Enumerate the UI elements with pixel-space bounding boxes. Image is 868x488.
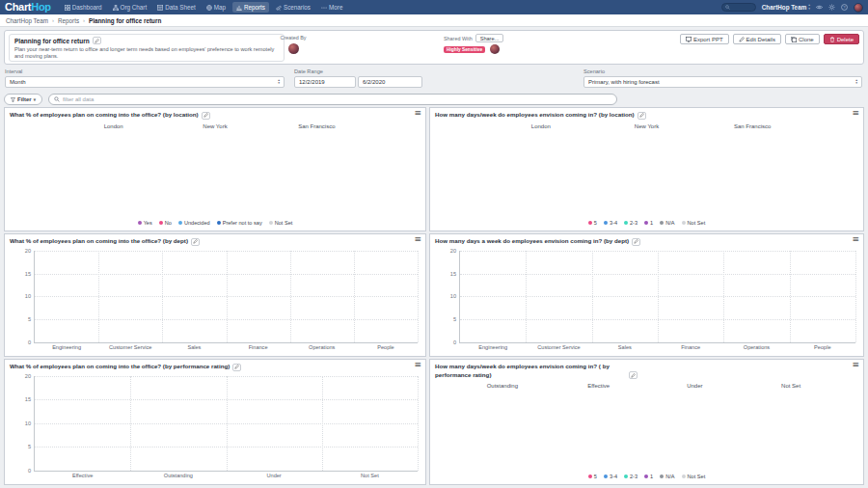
report-controls: Interval Month ▴▾ Date Range Scenario Pr… <box>4 68 864 91</box>
chart-menu-icon[interactable]: ≡ <box>852 109 859 118</box>
search-icon <box>725 5 730 10</box>
date-start-input[interactable] <box>294 76 356 88</box>
legend-dot <box>682 474 686 478</box>
column-header-row: LondonNew YorkSan Francisco <box>5 120 425 129</box>
legend-label: 3-4 <box>610 220 617 226</box>
nav-item-scenarios[interactable]: Scenarios <box>272 2 314 13</box>
y-axis-tick-label: 0 <box>434 339 456 345</box>
edit-details-button[interactable]: Edit Details <box>733 34 781 44</box>
date-end-input[interactable] <box>358 76 422 88</box>
legend-label: Undecided <box>184 220 210 226</box>
edit-chart-button[interactable] <box>202 112 210 120</box>
edit-title-button[interactable] <box>93 37 101 44</box>
legend-label: 2-3 <box>630 220 637 226</box>
chart-menu-icon[interactable]: ≡ <box>852 235 859 244</box>
edit-chart-button[interactable] <box>637 112 646 120</box>
export-ppt-button[interactable]: Export PPT <box>680 34 729 44</box>
report-actions: Export PPTEdit DetailsCloneDelete <box>680 34 859 44</box>
breadcrumb-item-charthop-team[interactable]: ChartHop Team <box>6 17 48 24</box>
share-button[interactable]: Share... <box>475 34 504 42</box>
legend-dot <box>604 221 608 225</box>
pencil-icon <box>193 239 198 244</box>
charthop-logo[interactable]: ChartHop <box>5 2 51 13</box>
edit-chart-button[interactable] <box>632 238 640 246</box>
nav-item-org-chart[interactable]: Org Chart <box>109 2 151 13</box>
chart-menu-icon[interactable]: ≡ <box>414 235 421 244</box>
legend-label: 2-3 <box>630 474 637 479</box>
nav-item-reports[interactable]: Reports <box>232 2 269 13</box>
gridline <box>526 251 527 342</box>
y-axis-tick-label: 5 <box>9 316 31 322</box>
gridline <box>322 376 323 471</box>
gear-icon[interactable] <box>828 4 835 11</box>
help-icon[interactable]: ? <box>841 4 848 11</box>
chart-title: What % of employees plan on coming into … <box>10 237 188 246</box>
legend-label: Not Set <box>688 474 706 479</box>
reports-icon <box>236 5 242 11</box>
scenario-select[interactable]: Primary, with hiring forecast ▴▾ <box>583 76 862 88</box>
column-header-outstanding: Outstanding <box>454 383 551 389</box>
global-search-input[interactable] <box>721 3 756 12</box>
edit-chart-button[interactable] <box>232 364 241 371</box>
nav-item-label: Scenarios <box>284 4 311 11</box>
interval-select[interactable]: Month ▴▾ <box>5 76 285 88</box>
chart-legend: YesNoUndecidedPrefer not to sayNot Set <box>5 220 425 230</box>
y-axis-tick-label: 15 <box>9 271 31 277</box>
copy-icon <box>791 37 797 42</box>
chart-menu-icon[interactable]: ≡ <box>414 361 421 369</box>
y-axis-tick-label: 0 <box>9 468 31 474</box>
y-axis-tick-label: 5 <box>434 316 456 322</box>
column-header-san-francisco: San Francisco <box>266 123 367 129</box>
pencil-icon <box>95 39 99 43</box>
chart-title: What % of employees plan on coming into … <box>10 111 199 120</box>
report-description: Plan your near-term return to office and… <box>14 46 279 61</box>
nav-item-dashboard[interactable]: Dashboard <box>61 2 106 13</box>
gridline <box>418 376 419 471</box>
report-header-card: Planning for office return Plan your nea… <box>4 30 864 65</box>
chevron-updown-icon: ▴▾ <box>808 4 810 11</box>
nav-item-map[interactable]: Map <box>203 2 230 13</box>
chart-menu-icon[interactable]: ≡ <box>852 361 859 369</box>
legend-label: Yes <box>144 220 152 226</box>
user-avatar[interactable] <box>854 3 863 13</box>
nav-item-data-sheet[interactable]: Data Sheet <box>153 2 200 13</box>
filter-search-input[interactable] <box>63 96 611 102</box>
breadcrumb-item-reports[interactable]: Reports <box>58 17 79 24</box>
shared-user-avatar[interactable] <box>490 44 500 54</box>
scenarios-icon <box>276 5 282 11</box>
column-header-row: OutstandingEffectiveUnderNot Set <box>430 379 863 389</box>
trash-icon <box>829 37 835 42</box>
funnel-icon <box>11 97 15 102</box>
nav-item-label: Reports <box>244 4 265 11</box>
pencil-icon <box>639 113 644 118</box>
eye-icon[interactable] <box>816 4 823 11</box>
legend-dot <box>588 221 592 225</box>
edit-chart-button[interactable] <box>191 238 200 246</box>
y-axis-tick-label: 15 <box>9 396 31 402</box>
page-title: Planning for office return <box>14 38 90 44</box>
legend-label: 1 <box>650 220 653 226</box>
clone-button[interactable]: Clone <box>785 34 820 44</box>
main-nav-items: DashboardOrg ChartData SheetMapReportsSc… <box>61 2 347 13</box>
nav-item-label: Map <box>214 4 226 11</box>
chart-menu-icon[interactable]: ≡ <box>414 109 421 118</box>
creator-avatar[interactable] <box>288 43 299 54</box>
chart-plot-area: 20151050EngineeringCustomer ServiceSales… <box>459 251 855 343</box>
edit-chart-button[interactable] <box>629 371 637 379</box>
created-by-block: Created By <box>276 35 311 58</box>
gridline <box>790 251 791 342</box>
delete-button[interactable]: Delete <box>824 34 859 44</box>
gridline <box>418 251 419 342</box>
chart-title: What % of employees plan on coming into … <box>10 363 230 371</box>
org-chart-icon <box>113 5 119 11</box>
team-selector[interactable]: ChartHop Team ▴▾ <box>762 4 810 11</box>
legend-dot <box>682 221 686 225</box>
nav-item-more[interactable]: More <box>317 2 346 13</box>
filter-button[interactable]: Filter ▾ <box>4 94 42 105</box>
gridline <box>658 251 659 342</box>
legend-item-undecided: Undecided <box>178 220 210 226</box>
breadcrumb-item-planning-for-office-return: Planning for office return <box>89 17 161 24</box>
x-axis-category-label: People <box>354 344 418 350</box>
legend-dot <box>660 221 664 225</box>
date-range-label: Date Range <box>294 68 423 74</box>
